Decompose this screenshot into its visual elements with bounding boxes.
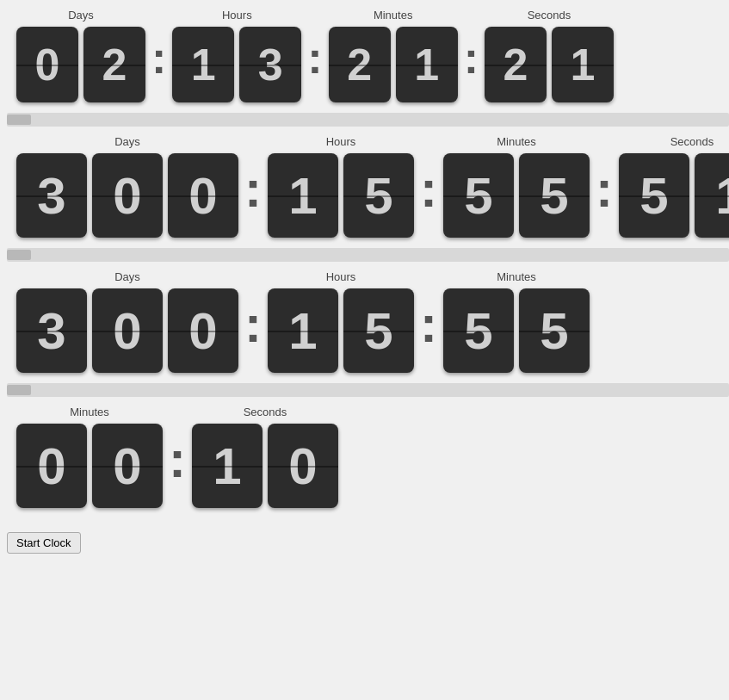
clock-section-1: Days 0 2 : Hours 1 3 : Minutes 2 1 : <box>0 0 729 113</box>
colon-9: : <box>169 430 186 498</box>
days-label-3: Days <box>114 270 140 283</box>
digit-card: 1 <box>396 27 458 102</box>
scrollbar-3[interactable] <box>7 383 729 397</box>
seconds-label-1: Seconds <box>528 9 571 22</box>
colon-6: : <box>596 159 613 227</box>
scrollbar-thumb-1 <box>7 115 31 125</box>
digit-card: 0 <box>168 288 238 373</box>
scrollbar-1[interactable] <box>7 113 729 127</box>
colon-1: : <box>151 32 166 92</box>
clock-section-2: Days 3 0 0 : Hours 1 5 : Minutes 5 5 : <box>0 127 729 248</box>
digit-card: 1 <box>172 27 234 102</box>
clock-row-3: Days 3 0 0 : Hours 1 5 : Minutes 5 5 <box>7 270 722 373</box>
start-clock-button[interactable]: Start Clock <box>7 532 81 554</box>
digit-card: 5 <box>519 288 590 373</box>
minutes-label-2: Minutes <box>497 135 536 148</box>
colon-5: : <box>420 159 437 227</box>
digit-card: 0 <box>168 153 238 238</box>
digit-card: 3 <box>16 288 87 373</box>
digit-card: 2 <box>485 27 547 102</box>
digit-card: 3 <box>16 153 87 238</box>
digit-card: 0 <box>92 424 163 508</box>
clock-row-1: Days 0 2 : Hours 1 3 : Minutes 2 1 : <box>7 9 722 102</box>
scrollbar-thumb-2 <box>7 250 31 260</box>
clock-row-4: Minutes 0 0 : Seconds 1 0 <box>7 406 722 508</box>
seconds-label-2: Seconds <box>670 135 714 148</box>
digit-card: 1 <box>268 153 338 238</box>
minutes-group-3: Minutes 5 5 <box>441 270 592 373</box>
digit-card: 5 <box>443 153 514 238</box>
digit-card: 5 <box>443 288 514 373</box>
hours-group-2: Hours 1 5 <box>265 135 417 238</box>
hours-label-3: Hours <box>326 270 356 283</box>
digit-card: 5 <box>343 153 414 238</box>
minutes-label-3: Minutes <box>497 270 536 283</box>
digit-card: 2 <box>329 27 391 102</box>
hours-label-1: Hours <box>222 9 252 22</box>
digit-card: 3 <box>239 27 301 102</box>
colon-3: : <box>464 32 479 92</box>
clock-section-4: Minutes 0 0 : Seconds 1 0 <box>0 397 729 525</box>
digit-card: 1 <box>268 288 338 373</box>
days-label-2: Days <box>114 135 140 148</box>
digit-card: 1 <box>192 424 263 508</box>
digit-card: 5 <box>343 288 414 373</box>
digit-card: 2 <box>83 27 145 102</box>
days-group-3: Days 3 0 0 <box>14 270 241 373</box>
minutes-group-1: Minutes 2 1 <box>326 9 460 102</box>
hours-label-2: Hours <box>326 135 356 148</box>
minutes-group-4: Minutes 0 0 <box>14 406 165 508</box>
colon-8: : <box>420 294 437 362</box>
hours-group-1: Hours 1 3 <box>170 9 304 102</box>
digit-card: 0 <box>16 27 78 102</box>
days-group-1: Days 0 2 <box>14 9 148 102</box>
seconds-label-4: Seconds <box>244 406 287 418</box>
seconds-group-4: Seconds 1 0 <box>189 406 341 508</box>
digit-card: 1 <box>552 27 614 102</box>
digit-card: 0 <box>92 288 163 373</box>
minutes-label-4: Minutes <box>70 406 109 418</box>
scrollbar-2[interactable] <box>7 248 729 262</box>
digit-card: 0 <box>16 424 87 508</box>
digit-card: 0 <box>268 424 338 508</box>
minutes-group-2: Minutes 5 5 <box>441 135 592 238</box>
colon-2: : <box>307 32 322 92</box>
seconds-group-2: Seconds 5 1 <box>616 135 729 238</box>
colon-4: : <box>244 159 262 227</box>
colon-7: : <box>244 294 262 362</box>
digit-card: 1 <box>695 153 729 238</box>
digit-card: 0 <box>92 153 163 238</box>
scrollbar-thumb-3 <box>7 385 31 395</box>
minutes-label-1: Minutes <box>374 9 413 22</box>
digit-card: 5 <box>619 153 689 238</box>
clock-row-2: Days 3 0 0 : Hours 1 5 : Minutes 5 5 : <box>7 135 722 238</box>
days-group-2: Days 3 0 0 <box>14 135 241 238</box>
hours-group-3: Hours 1 5 <box>265 270 417 373</box>
days-label-1: Days <box>68 9 94 22</box>
clock-section-3: Days 3 0 0 : Hours 1 5 : Minutes 5 5 <box>0 262 729 383</box>
digit-card: 5 <box>519 153 590 238</box>
seconds-group-1: Seconds 2 1 <box>482 9 616 102</box>
